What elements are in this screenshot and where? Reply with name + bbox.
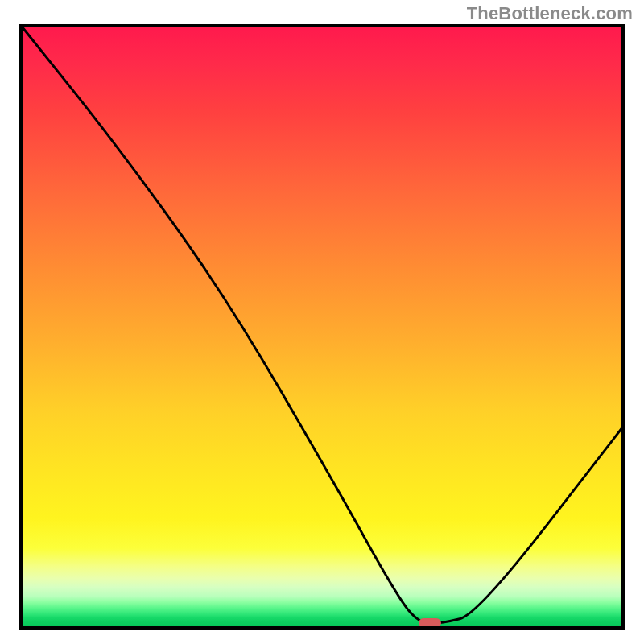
plot-frame xyxy=(19,24,625,630)
watermark-text: TheBottleneck.com xyxy=(467,3,633,24)
chart-container: TheBottleneck.com xyxy=(0,0,644,644)
marker-pill xyxy=(419,618,441,628)
line-plot xyxy=(23,27,621,626)
curve-path xyxy=(23,27,621,623)
